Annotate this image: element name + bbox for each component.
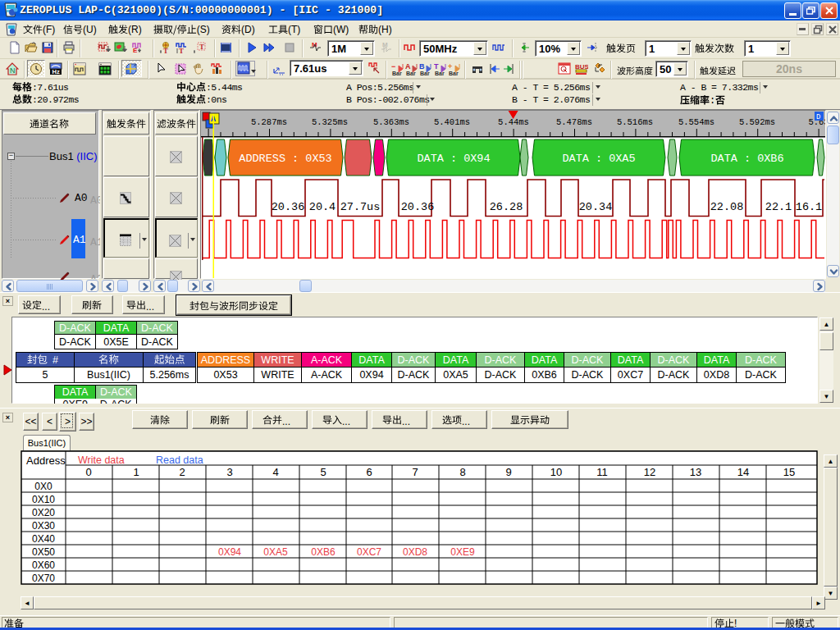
svg-text:20.36: 20.36	[272, 201, 305, 213]
svg-text:5.325ms: 5.325ms	[312, 117, 348, 127]
svg-text:Bar: Bar	[406, 71, 416, 76]
svg-text:5.44ms: 5.44ms	[498, 117, 529, 127]
svg-text:20.36: 20.36	[401, 201, 435, 213]
svg-text:T: T	[179, 47, 184, 54]
svg-text:−: −	[391, 62, 395, 71]
svg-text:22.1: 22.1	[765, 201, 792, 213]
svg-text:B: B	[419, 62, 425, 71]
svg-text:DATA : 0XA5: DATA : 0XA5	[562, 153, 635, 165]
svg-text:5.516ms: 5.516ms	[617, 117, 653, 127]
svg-text:26.28: 26.28	[490, 201, 523, 213]
svg-text:DATA : 0XB6: DATA : 0XB6	[710, 153, 783, 165]
svg-text:Bar: Bar	[392, 71, 402, 76]
svg-text:A: A	[405, 62, 411, 71]
svg-text:5.287ms: 5.287ms	[251, 117, 287, 127]
svg-text:20.34: 20.34	[579, 201, 613, 213]
svg-text:M: M	[382, 41, 388, 48]
svg-text:T: T	[163, 47, 168, 54]
svg-text:5.554ms: 5.554ms	[678, 117, 714, 127]
svg-text:+: +	[448, 62, 452, 71]
svg-text:D: D	[816, 113, 820, 121]
svg-text:16.1: 16.1	[796, 201, 822, 213]
svg-text:DATA : 0X94: DATA : 0X94	[417, 153, 490, 165]
svg-text:5.478ms: 5.478ms	[556, 117, 592, 127]
svg-text:Bar: Bar	[435, 71, 445, 76]
svg-text:Hz: Hz	[52, 68, 60, 75]
svg-text:T: T	[199, 43, 204, 51]
svg-text:N: N	[10, 66, 16, 75]
svg-text:Bar: Bar	[420, 71, 430, 76]
svg-text:E: E	[133, 47, 138, 54]
svg-text:27.7us: 27.7us	[340, 201, 381, 213]
svg-text:5.592ms: 5.592ms	[739, 117, 775, 127]
svg-text:Bar: Bar	[449, 71, 459, 76]
svg-text:22.08: 22.08	[710, 201, 744, 213]
svg-text:5.401ms: 5.401ms	[434, 117, 470, 127]
svg-text:20.4: 20.4	[309, 201, 336, 213]
svg-text:T: T	[434, 62, 439, 71]
svg-text:5.363ms: 5.363ms	[373, 117, 409, 127]
svg-text:ADDRESS : 0X53: ADDRESS : 0X53	[239, 153, 331, 165]
